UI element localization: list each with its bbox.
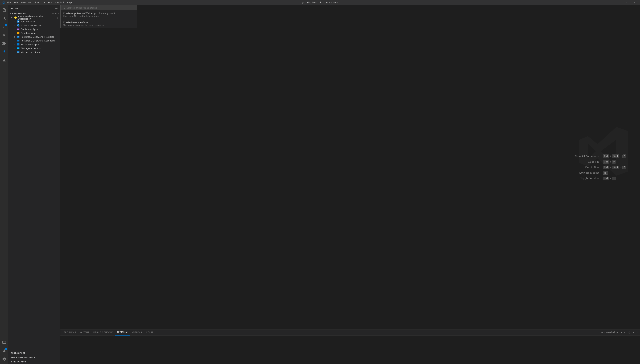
shell-name: powershell: [603, 331, 615, 334]
sidebar-header-actions: ⋯: [55, 6, 58, 10]
activity-search[interactable]: [0, 14, 8, 22]
terminal-content[interactable]: [61, 336, 640, 364]
terminal-add-btn[interactable]: +: [616, 331, 619, 334]
help-feedback-label: HELP AND FEEDBACK: [11, 356, 36, 358]
virtual-machines-label: Virtual machines: [21, 51, 40, 54]
activity-bottom: 1: [0, 338, 8, 363]
menu-file[interactable]: File: [6, 1, 12, 4]
key-ctrl-find: Ctrl: [603, 166, 609, 169]
workspace-label: WORKSPACE: [11, 352, 26, 354]
menu-run[interactable]: Run: [47, 1, 53, 4]
minimize-button[interactable]: ―: [613, 0, 621, 5]
virtual-machines-chevron: ›: [14, 51, 17, 53]
dropdown-item-desc-app-service: Host your APIs and full stack apps.: [63, 15, 134, 17]
shortcut-label-find: Find in Files: [574, 166, 599, 169]
subscription-label: Visual Studio Enterprise Subscription: [18, 15, 57, 20]
activity-settings[interactable]: [0, 355, 8, 363]
spring-apps-section[interactable]: › SPRING APPS: [8, 360, 60, 364]
tab-problems[interactable]: PROBLEMS: [62, 330, 78, 336]
dropdown-search-input[interactable]: [67, 6, 135, 9]
storage-accounts-chevron: ›: [14, 48, 17, 49]
dropdown-search[interactable]: [61, 5, 137, 10]
app-services-label: App Services: [21, 20, 36, 23]
sidebar-item-storage-accounts[interactable]: › Storage accounts: [8, 46, 60, 50]
sidebar-item-container-apps[interactable]: › Container Apps: [8, 27, 60, 31]
key-shift-find: Shift: [612, 166, 619, 169]
help-feedback-section[interactable]: › HELP AND FEEDBACK: [8, 355, 60, 360]
key-ctrl-terminal: Ctrl: [603, 177, 609, 180]
window-title: gs-spring-boot - Visual Studio Code: [302, 2, 338, 4]
key-shift-commands: Shift: [612, 154, 619, 158]
resources-label: RESOURCES: [12, 12, 51, 15]
terminal-maximize-btn[interactable]: ∧: [632, 331, 635, 334]
filter-icon[interactable]: ⧖: [57, 16, 59, 19]
sidebar-title: Azure: [11, 7, 19, 10]
menu-selection[interactable]: Selection: [20, 1, 32, 4]
postgresql-flexible-chevron: ▼: [14, 36, 17, 38]
sidebar-content: ▼ RESOURCES Remote ▼ ⭐ Visual Studio Ent…: [8, 12, 60, 351]
sidebar-item-postgresql-standard[interactable]: › PostgreSQL servers (Standard): [8, 39, 60, 42]
activity-explorer[interactable]: [0, 6, 8, 14]
sidebar-item-function-app[interactable]: › ⚡ Function App: [8, 31, 60, 35]
terminal-actions: ⊞ powershell + ∨ ⊡ 🗑 ∧ ✕: [601, 331, 638, 334]
sidebar-footer: › WORKSPACE › HELP AND FEEDBACK › SPRING…: [8, 351, 60, 364]
tab-debug-console[interactable]: DEBUG CONSOLE: [91, 330, 115, 336]
tab-gitlens[interactable]: GITLENS: [130, 330, 144, 336]
welcome-area: Show All Commands Ctrl + Shift + P Go to…: [61, 5, 640, 329]
activity-account[interactable]: 1: [0, 347, 8, 355]
activity-azure[interactable]: [0, 48, 8, 56]
postgresql-flexible-label: PostgreSQL servers (Flexible): [21, 36, 54, 38]
function-app-icon: ⚡: [17, 32, 20, 34]
static-web-apps-label: Static Web Apps: [21, 43, 39, 46]
menu-edit[interactable]: Edit: [13, 1, 19, 4]
dropdown-item-create-resource-group[interactable]: Create Resource Group... The logical gro…: [61, 19, 137, 28]
activity-remote[interactable]: [0, 338, 8, 347]
tab-azure[interactable]: AZURE: [144, 330, 156, 336]
sidebar: Azure ⋯ ▼ RESOURCES Remote ▼ ⭐ Visual St…: [8, 5, 61, 364]
postgresql-standard-chevron: ›: [14, 40, 17, 42]
azure-cosmos-chevron: ›: [14, 24, 17, 26]
dropdown-item-create-app-service[interactable]: Create App Service Web App... (recently …: [61, 10, 137, 19]
activity-source-control[interactable]: 1: [0, 22, 8, 31]
svg-text:⚡: ⚡: [18, 32, 19, 34]
subscription-item[interactable]: ▼ ⭐ Visual Studio Enterprise Subscriptio…: [8, 16, 60, 20]
terminal-shell-label: ⊞ powershell: [601, 331, 615, 334]
postgresql-standard-icon: [17, 39, 20, 42]
svg-point-11: [17, 36, 19, 37]
window-controls: ― ☐ ✕: [613, 0, 638, 5]
sidebar-item-postgresql-flexible[interactable]: ▼ PostgreSQL servers (Flexible): [8, 35, 60, 39]
terminal-dropdown-btn[interactable]: ∨: [620, 331, 623, 334]
menu-help[interactable]: Help: [66, 1, 73, 4]
terminal-trash-btn[interactable]: 🗑: [628, 331, 631, 334]
sidebar-item-virtual-machines[interactable]: › Virtual machines: [8, 50, 60, 54]
postgresql-standard-label: PostgreSQL servers (Standard): [21, 40, 56, 42]
key-f5-debug: F5: [603, 171, 608, 174]
menu-go[interactable]: Go: [41, 1, 46, 4]
menu-terminal[interactable]: Terminal: [54, 1, 65, 4]
menu-view[interactable]: View: [33, 1, 40, 4]
maximize-button[interactable]: ☐: [621, 0, 629, 5]
close-button[interactable]: ✕: [630, 0, 638, 5]
activity-run-debug[interactable]: [0, 31, 8, 39]
sidebar-menu-btn[interactable]: ⋯: [55, 6, 58, 10]
terminal-split-btn[interactable]: ⊡: [624, 331, 627, 334]
help-feedback-chevron: ›: [10, 356, 11, 358]
activity-testing[interactable]: [0, 56, 8, 64]
shortcut-keys-find: Ctrl + Shift + F: [603, 166, 626, 169]
terminal-close-btn[interactable]: ✕: [636, 331, 638, 334]
vscode-icon: [2, 1, 5, 4]
sidebar-item-static-web-apps[interactable]: › Static Web Apps: [8, 42, 60, 46]
workspace-section[interactable]: › WORKSPACE: [8, 351, 60, 355]
tab-terminal[interactable]: TERMINAL: [115, 330, 130, 336]
svg-rect-17: [17, 47, 20, 48]
activity-extensions[interactable]: [0, 39, 8, 48]
shortcut-label-terminal: Toggle Terminal: [574, 177, 599, 180]
spring-apps-label: SPRING APPS: [11, 361, 27, 363]
postgresql-flexible-icon: [17, 35, 20, 38]
key-ctrl-commands: Ctrl: [603, 154, 609, 158]
titlebar-left: File Edit Selection View Go Run Terminal…: [2, 1, 73, 4]
tab-output[interactable]: OUTPUT: [78, 330, 91, 336]
shortcut-keys-commands: Ctrl + Shift + P: [603, 154, 626, 158]
sidebar-item-azure-cosmos[interactable]: › Azure Cosmos DB: [8, 24, 60, 27]
sidebar-item-app-services[interactable]: › ⚙ App Services: [8, 20, 60, 24]
